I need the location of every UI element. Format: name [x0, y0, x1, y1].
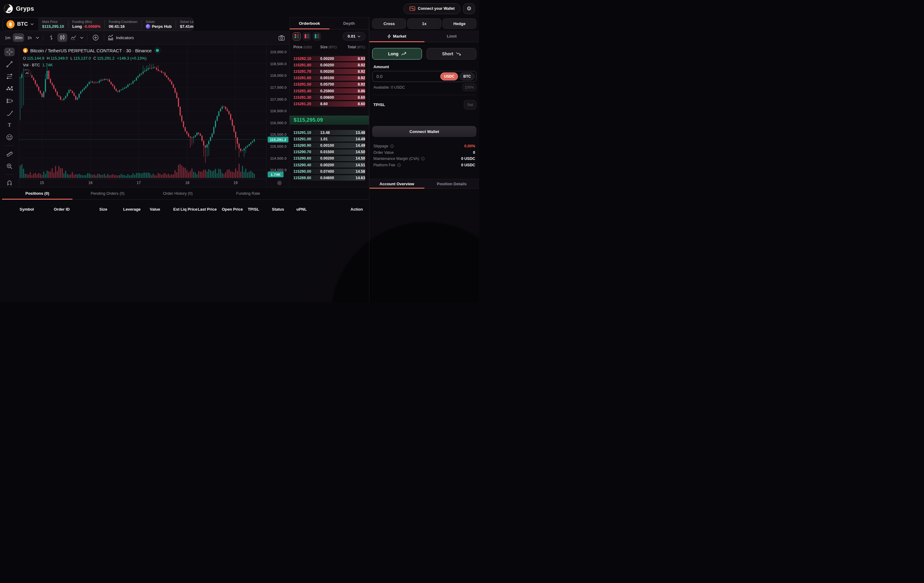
orderbook-row[interactable]: 115291.500.057008.92: [290, 81, 369, 88]
orderbook-row[interactable]: 115290.000.0740014.58: [290, 168, 369, 175]
order-size: 0.00200: [320, 156, 344, 160]
indicators-button[interactable]: Indicators: [107, 35, 134, 41]
interval-30m[interactable]: 30m: [13, 33, 24, 42]
orderbook-row[interactable]: 115290.600.0020014.50: [290, 155, 369, 162]
order-total: 14.58: [344, 169, 365, 173]
orderbook-row[interactable]: 115290.700.0150014.50: [290, 149, 369, 155]
orderbook-row[interactable]: 115291.1013.4813.48: [290, 129, 369, 136]
account-tab-position-details[interactable]: Position Details: [424, 179, 479, 188]
orderbook-tab-depth[interactable]: Depth: [329, 17, 369, 29]
crosshair-tool-icon[interactable]: [4, 48, 15, 56]
orderbook-row[interactable]: 115291.300.006008.60: [290, 94, 369, 101]
positions-tab-pending-orders-0[interactable]: Pending Orders (0): [73, 187, 143, 199]
orderbook-row[interactable]: 115289.800.0460014.63: [290, 175, 369, 181]
text-tool-icon[interactable]: T: [4, 121, 15, 129]
axis-settings-icon[interactable]: [277, 180, 282, 185]
interval-1m[interactable]: 1m: [3, 33, 12, 42]
orderbook-row[interactable]: 115291.400.259008.86: [290, 88, 369, 94]
order-price: 115291.40: [293, 89, 320, 93]
area-style-icon[interactable]: [68, 33, 78, 42]
positions-tab-order-history-0[interactable]: Order History (0): [143, 187, 213, 199]
positions-tab-positions-0[interactable]: Positions (0): [2, 187, 73, 199]
order-price: 115291.20: [293, 102, 320, 106]
info-row-slippage: Slippage0.00%: [373, 143, 475, 150]
toolbar-divider: [43, 34, 43, 41]
zoom-in-tool-icon[interactable]: [4, 162, 15, 170]
style-more-chevron-icon[interactable]: [79, 33, 84, 42]
order-size: 0.25900: [320, 89, 344, 93]
candles-style-icon[interactable]: [58, 33, 67, 42]
ohlc-values: O115,144.9H115,349.0L115,137.0C115,291.2…: [23, 56, 161, 61]
interval-more-chevron-icon[interactable]: [35, 33, 40, 42]
stat-part: Perps Hub: [152, 24, 172, 29]
layout-both-sides-icon[interactable]: [293, 32, 301, 40]
orderbook-panel: OrderbookDepth 0.0: [289, 17, 369, 187]
orderbook-row[interactable]: 115290.400.0020014.51: [290, 162, 369, 168]
connect-wallet-cta[interactable]: Connect Wallet: [372, 126, 476, 137]
xabcd-pattern-tool-icon[interactable]: [4, 84, 15, 93]
settings-button[interactable]: ⚙: [463, 3, 475, 14]
time-axis[interactable]: 1516171819: [19, 179, 266, 187]
leverage-button[interactable]: 1x: [407, 18, 441, 29]
orderbook-row[interactable]: 115291.800.002008.92: [290, 62, 369, 68]
connect-wallet-button[interactable]: Connect your Wallet: [404, 3, 460, 14]
positions-tab-funding-rate[interactable]: Funding Rate: [213, 187, 283, 199]
stat-value: 06:41:16: [109, 24, 137, 29]
orderbook-row[interactable]: 115292.100.002008.93: [290, 55, 369, 62]
position-mode-button[interactable]: Hedge: [442, 18, 476, 29]
interval-1h[interactable]: 1h: [25, 33, 34, 42]
tpsl-set-button[interactable]: Set: [464, 100, 476, 109]
info-icon[interactable]: [397, 163, 401, 167]
trend-line-tool-icon[interactable]: [4, 60, 15, 68]
precision-stepper[interactable]: 0.01: [343, 32, 366, 41]
measure-ruler-icon[interactable]: [4, 150, 15, 158]
magnet-tool-icon[interactable]: [4, 178, 15, 187]
orderbook-tab-orderbook[interactable]: Orderbook: [290, 17, 329, 29]
order-tab-market[interactable]: Market: [370, 31, 424, 42]
long-button[interactable]: Long: [372, 48, 422, 59]
layout-bids-only-icon[interactable]: [313, 32, 321, 40]
layout-asks-only-icon[interactable]: [303, 32, 311, 40]
position-tool-icon[interactable]: [4, 97, 15, 105]
add-compare-icon[interactable]: [91, 33, 101, 42]
emoji-tool-icon[interactable]: [4, 133, 15, 142]
amount-input[interactable]: 0.0 USDC BTC: [372, 71, 476, 82]
currency-btc-pill[interactable]: BTC: [460, 73, 475, 80]
orderbook-row[interactable]: 115291.600.001008.92: [290, 75, 369, 81]
order-total: 8.86: [344, 89, 365, 93]
fib-lines-tool-icon[interactable]: [4, 72, 15, 81]
info-icon[interactable]: [421, 157, 425, 160]
order-total: 14.51: [344, 163, 365, 167]
ohlc-change: +146.3 (+0.13%): [117, 56, 147, 61]
orderbook-row[interactable]: 115290.900.0010014.49: [290, 142, 369, 149]
amount-value[interactable]: 0.0: [376, 74, 439, 79]
info-icon[interactable]: [390, 144, 394, 148]
order-tab-limit[interactable]: Limit: [424, 31, 479, 42]
short-button[interactable]: Short: [427, 48, 476, 59]
table-column-est-liq-price: Est Liq Price: [173, 207, 198, 211]
max-percent-button[interactable]: 100%: [462, 83, 476, 91]
chart-plot[interactable]: 1516171819 ฿ Bitcoin / TetherUS PERPETUA…: [19, 45, 266, 187]
margin-mode-button[interactable]: Cross: [372, 18, 406, 29]
symbol-selector[interactable]: ฿ BTC: [3, 18, 38, 31]
price-axis[interactable]: 119,000.0118,500.0118,000.0117,500.0117,…: [266, 45, 289, 187]
toolbar-divider: [87, 34, 87, 41]
orderbook-row[interactable]: 115291.700.002008.92: [290, 68, 369, 74]
snapshot-camera-icon[interactable]: [277, 33, 286, 42]
lightning-icon: [388, 34, 391, 38]
price-axis-label: 114,500.0: [270, 157, 287, 160]
currency-usdc-pill[interactable]: USDC: [440, 73, 458, 80]
brush-tool-icon[interactable]: [4, 109, 15, 117]
order-total: 13.48: [344, 130, 365, 135]
time-axis-label: 16: [88, 181, 92, 185]
orderbook-row[interactable]: 115291.001.0114.49: [290, 136, 369, 142]
chart-toolbar: 1m30m1h: [0, 31, 289, 45]
order-size: 8.60: [320, 102, 344, 106]
order-price: 115291.00: [293, 137, 320, 141]
order-total: 8.92: [344, 82, 365, 86]
collapse-legend-button[interactable]: [23, 70, 31, 76]
margin-mode-row: Cross 1x Hedge: [372, 18, 476, 29]
orderbook-row[interactable]: 115291.208.608.60: [290, 101, 369, 107]
bars-style-icon[interactable]: [46, 33, 56, 42]
account-tab-account-overview[interactable]: Account Overview: [370, 179, 424, 188]
